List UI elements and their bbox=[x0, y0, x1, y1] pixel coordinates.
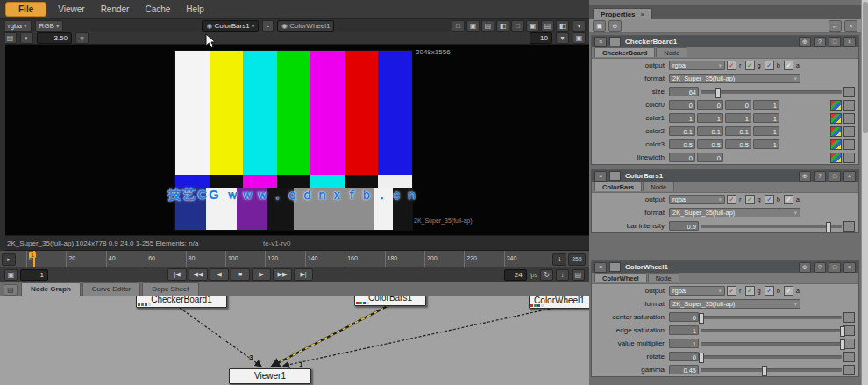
checkbox-r[interactable]: ✓ bbox=[727, 286, 736, 296]
viewer-display-icon-4[interactable]: □ bbox=[511, 20, 524, 32]
value-field[interactable]: 1 bbox=[725, 113, 751, 123]
value-field[interactable]: 0 bbox=[725, 100, 751, 110]
file-menu-highlighted[interactable]: File bbox=[5, 2, 46, 17]
menu-icon[interactable]: ≡ bbox=[594, 262, 607, 273]
color-swatch-button[interactable] bbox=[830, 153, 842, 163]
timeline-range-out[interactable]: 255 bbox=[568, 253, 586, 266]
value-field[interactable]: 1 bbox=[697, 113, 723, 123]
gain-icon[interactable]: ◐ bbox=[20, 32, 33, 44]
channel-select[interactable]: RGB▾ bbox=[35, 20, 64, 32]
zoom-value-field[interactable]: 10 bbox=[530, 32, 552, 44]
node-viewer1[interactable]: Viewer1 bbox=[229, 368, 311, 384]
value-field[interactable]: 1 bbox=[753, 126, 779, 136]
grid-icon[interactable]: ▤ bbox=[4, 32, 17, 44]
format-dropdown[interactable]: 2K_Super_35(full-ap)▾ bbox=[669, 74, 800, 83]
wipe-mode-select[interactable]: - bbox=[262, 20, 274, 32]
help-icon[interactable]: ? bbox=[814, 262, 826, 273]
node-color-chip[interactable] bbox=[609, 171, 621, 181]
tab-properties[interactable]: Properties × bbox=[593, 8, 652, 19]
checkbox-g[interactable]: ✓ bbox=[745, 61, 755, 70]
skip-end-button[interactable]: ▶| bbox=[294, 268, 313, 281]
checkbox-b[interactable]: ✓ bbox=[765, 286, 774, 296]
prev-frame-button[interactable]: ◀◀ bbox=[189, 268, 208, 281]
node-colorbars1[interactable]: ColorBars1 bbox=[354, 296, 426, 306]
value-field[interactable]: 1 bbox=[753, 139, 779, 149]
layer-select[interactable]: rgba▾ bbox=[4, 20, 32, 32]
tab-node[interactable]: Node bbox=[648, 273, 679, 282]
checkbox-b[interactable]: ✓ bbox=[765, 195, 774, 204]
value-field[interactable]: 0 bbox=[697, 100, 723, 110]
color-swatch-button[interactable] bbox=[830, 113, 842, 124]
color-swatch-button[interactable] bbox=[830, 100, 842, 111]
value-field[interactable]: 0.45 bbox=[669, 365, 699, 374]
value-field[interactable]: 0 bbox=[669, 312, 699, 322]
slider-handle[interactable] bbox=[840, 339, 845, 350]
checkbox-g[interactable]: ✓ bbox=[745, 195, 755, 204]
value-field[interactable]: 0.5 bbox=[669, 139, 695, 149]
clear-panels-icon[interactable]: × bbox=[844, 20, 857, 32]
slider-track[interactable] bbox=[701, 342, 842, 346]
menu-icon[interactable]: ≡ bbox=[594, 37, 607, 47]
channels-dropdown[interactable]: rgba▾ bbox=[669, 286, 725, 296]
color-picker-button[interactable] bbox=[843, 113, 855, 124]
viewer-display-icon-7[interactable]: ◧ bbox=[556, 20, 569, 32]
node-checkerboard1[interactable]: CheckerBoard1 bbox=[136, 296, 227, 308]
channels-dropdown[interactable]: rgba▾ bbox=[669, 195, 725, 204]
next-frame-button[interactable]: ▶▶ bbox=[273, 268, 292, 281]
connection-colorwheel-viewer[interactable] bbox=[284, 307, 559, 366]
menu-icon[interactable]: ≡ bbox=[594, 171, 607, 182]
value-field[interactable]: 1 bbox=[669, 339, 699, 348]
viewer-display-icon-2[interactable]: ▤ bbox=[481, 20, 494, 32]
slider-handle[interactable] bbox=[715, 88, 721, 98]
animation-menu-button[interactable] bbox=[843, 365, 855, 375]
tab-checkerboard[interactable]: CheckerBoard bbox=[594, 47, 655, 57]
pin-panels-icon[interactable]: ▣ bbox=[593, 20, 606, 32]
slider-handle[interactable] bbox=[826, 222, 831, 232]
slider-track[interactable] bbox=[701, 368, 842, 372]
float-panel-icon[interactable]: □ bbox=[829, 37, 841, 47]
loop-mode-icon[interactable]: ↻ bbox=[540, 269, 553, 281]
value-field[interactable]: 1 bbox=[753, 100, 779, 110]
tab-curve-editor[interactable]: Curve Editor bbox=[82, 282, 140, 296]
animation-menu-button[interactable] bbox=[843, 87, 855, 97]
frame-lock-icon[interactable]: ▣ bbox=[4, 269, 18, 281]
value-field[interactable]: 1 bbox=[753, 113, 779, 123]
value-field[interactable]: 0 bbox=[669, 352, 699, 361]
viewer-display-icon-0[interactable]: □ bbox=[452, 20, 465, 32]
slider-handle[interactable] bbox=[762, 366, 767, 376]
value-field[interactable]: 0 bbox=[697, 153, 723, 162]
animation-menu-button[interactable] bbox=[843, 352, 855, 362]
value-field[interactable]: 1 bbox=[669, 325, 699, 335]
viewer-display-icon-6[interactable]: ▤ bbox=[541, 20, 554, 32]
value-field[interactable]: 0.5 bbox=[697, 139, 723, 149]
timeline-ruler[interactable]: ▸ 020406080100120140160180200220240 1 1 … bbox=[0, 251, 589, 268]
tab-colorwheel[interactable]: ColorWheel bbox=[594, 273, 647, 282]
value-field[interactable]: 0.9 bbox=[669, 221, 699, 231]
slider-track[interactable] bbox=[701, 329, 842, 332]
timeline-left-button[interactable]: ▸ bbox=[2, 253, 16, 266]
play-forward-button[interactable]: ▶ bbox=[252, 268, 271, 281]
slider-handle[interactable] bbox=[699, 313, 704, 324]
checkbox-a[interactable]: ✓ bbox=[784, 286, 793, 296]
slider-handle[interactable] bbox=[840, 326, 845, 337]
slider-track[interactable] bbox=[701, 90, 842, 94]
color-swatch-button[interactable] bbox=[830, 126, 842, 137]
value-field[interactable]: 0.1 bbox=[697, 126, 723, 136]
viewer-display-icon-1[interactable]: ▣ bbox=[466, 20, 480, 32]
tab-colorbars[interactable]: ColorBars bbox=[594, 182, 642, 191]
value-field[interactable]: 0 bbox=[669, 100, 695, 110]
node-color-chip[interactable] bbox=[609, 37, 621, 46]
value-field[interactable]: 0.5 bbox=[725, 139, 751, 149]
close-icon[interactable]: × bbox=[641, 11, 645, 18]
tab-dope-sheet[interactable]: Dope Sheet bbox=[142, 282, 198, 296]
gain-value-field[interactable]: 3.50 bbox=[37, 32, 72, 44]
scrollbar-thumb[interactable] bbox=[863, 2, 868, 133]
tab-node[interactable]: Node bbox=[656, 47, 687, 57]
slider-track[interactable] bbox=[701, 355, 842, 359]
slider-handle[interactable] bbox=[699, 353, 704, 363]
value-field[interactable]: 0.1 bbox=[669, 126, 695, 136]
slider-track[interactable] bbox=[701, 225, 842, 228]
checkbox-a[interactable]: ✓ bbox=[784, 61, 793, 70]
value-field[interactable]: 0.1 bbox=[725, 126, 751, 136]
checkbox-r[interactable]: ✓ bbox=[727, 195, 736, 204]
